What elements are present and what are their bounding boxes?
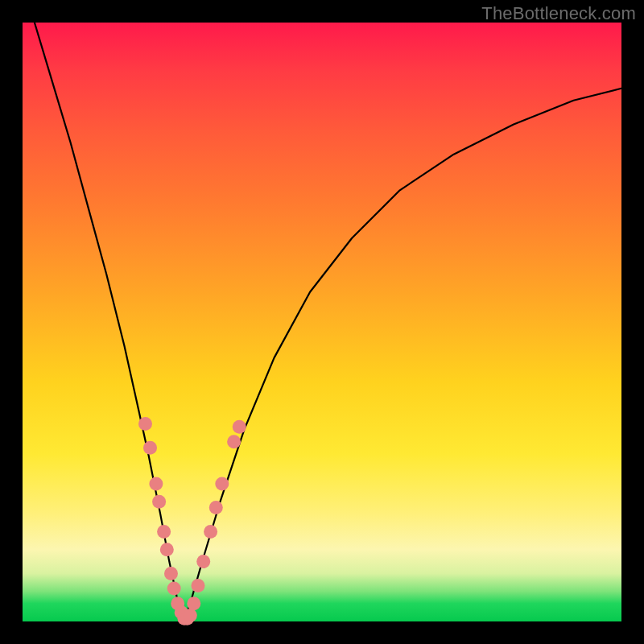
highlight-dot [160, 543, 174, 556]
highlight-dot [233, 420, 246, 434]
highlight-dot [138, 417, 152, 431]
curve-layer [23, 23, 621, 621]
highlight-dot [157, 525, 171, 539]
highlight-dot [184, 609, 197, 622]
highlight-dot [196, 555, 210, 568]
highlight-dot [187, 597, 200, 610]
highlight-dot [204, 525, 217, 539]
plot-area [23, 23, 621, 621]
chart-frame: TheBottleneck.com [0, 0, 644, 644]
highlight-dot [215, 477, 229, 490]
highlight-dot [209, 501, 223, 514]
highlight-dot [143, 441, 157, 455]
highlight-dot [152, 495, 166, 509]
watermark-text: TheBottleneck.com [481, 3, 636, 24]
bottleneck-curve [35, 23, 621, 621]
highlight-dot [164, 567, 178, 580]
highlight-dot [227, 435, 241, 448]
highlight-dot [167, 582, 181, 596]
highlight-dot [149, 477, 163, 490]
highlight-dot [192, 579, 205, 592]
